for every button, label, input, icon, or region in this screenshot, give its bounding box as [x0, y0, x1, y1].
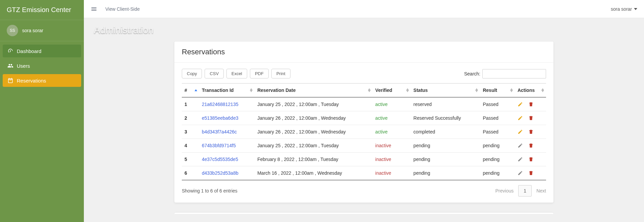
sort-icon [475, 88, 478, 92]
cell-number: 1 [182, 97, 199, 111]
search-input[interactable] [482, 69, 546, 78]
csv-button[interactable]: CSV [205, 69, 224, 78]
delete-icon[interactable] [528, 157, 534, 162]
gauge-icon [7, 48, 13, 54]
main: View Client-Side sora sorar Administrati… [84, 0, 644, 222]
edit-icon[interactable] [518, 143, 523, 148]
cell-reservation-date: January 26 , 2022 , 12:00am , Wednesday [255, 125, 373, 139]
table-toolbar: Copy CSV Excel PDF Print Search: [182, 69, 546, 78]
edit-icon[interactable] [518, 170, 523, 176]
sort-icon [250, 88, 253, 92]
col-transaction-id[interactable]: Transaction Id [199, 84, 255, 98]
sidebar-item-users[interactable]: Users [3, 59, 81, 72]
cell-reservation-date: March 16 , 2022 , 12:00am , Wednesday [255, 166, 373, 180]
copy-button[interactable]: Copy [182, 69, 202, 78]
cell-verified: inactive [373, 166, 411, 180]
cell-result: pending [480, 166, 515, 180]
cell-status: reserved [411, 97, 480, 111]
table-row: 4674b3bfd9714f5January 25 , 2022 , 12:00… [182, 139, 546, 153]
cell-number: 4 [182, 139, 199, 153]
cell-transaction-id: d433b252d53a8b [199, 166, 255, 180]
sidebar-item-dashboard[interactable]: Dashboard [3, 45, 81, 57]
view-client-side-link[interactable]: View Client-Side [105, 6, 140, 12]
cell-result: pending [480, 153, 515, 166]
cell-actions [515, 111, 546, 125]
sidebar-user[interactable]: SS sora sorar [0, 20, 84, 41]
col-status[interactable]: Status [411, 84, 480, 98]
edit-icon[interactable] [518, 157, 523, 162]
table-row: 54e37c5d5535de5February 8 , 2022 , 12:00… [182, 153, 546, 166]
cell-reservation-date: January 26 , 2022 , 12:00am , Wednesday [255, 111, 373, 125]
sidebar-item-reservations[interactable]: Reservations [3, 74, 81, 87]
cell-actions [515, 166, 546, 180]
calendar-icon [7, 77, 13, 84]
transaction-link[interactable]: 674b3bfd9714f5 [202, 143, 236, 148]
cell-transaction-id: e51385eeba6de3 [199, 111, 255, 125]
excel-button[interactable]: Excel [226, 69, 247, 78]
cell-result: Passed [480, 97, 515, 111]
edit-icon[interactable] [518, 129, 523, 134]
transaction-link[interactable]: 21a62468812135 [202, 102, 238, 107]
cell-status: pending [411, 166, 480, 180]
edit-icon[interactable] [518, 102, 523, 107]
col-reservation-date[interactable]: Reservation Date [255, 84, 373, 98]
transaction-link[interactable]: d433b252d53a8b [202, 170, 238, 176]
cell-status: pending [411, 139, 480, 153]
edit-icon[interactable] [518, 115, 523, 121]
sidebar-nav: Dashboard Users Reservations [0, 41, 84, 90]
cell-result: pending [480, 139, 515, 153]
content: Administration Reservations Copy CSV Exc… [84, 18, 644, 222]
avatar: SS [7, 25, 18, 36]
sort-icon [510, 88, 513, 92]
delete-icon[interactable] [528, 143, 534, 148]
app-brand: GTZ Emission Center [0, 0, 84, 20]
sort-icon [195, 89, 197, 91]
sidebar-item-label: Users [17, 63, 30, 69]
cell-transaction-id: 674b3bfd9714f5 [199, 139, 255, 153]
cell-transaction-id: b4d343f7a4426c [199, 125, 255, 139]
hamburger-icon[interactable] [91, 6, 97, 12]
cell-verified: inactive [373, 139, 411, 153]
delete-icon[interactable] [528, 170, 534, 176]
cell-actions [515, 125, 546, 139]
pagination-page-1[interactable]: 1 [518, 185, 532, 197]
table-row: 2e51385eeba6de3January 26 , 2022 , 12:00… [182, 111, 546, 125]
cell-reservation-date: January 25 , 2022 , 12:00am , Tuesday [255, 97, 373, 111]
pagination: Previous 1 Next [495, 185, 546, 197]
chevron-down-icon [634, 6, 637, 12]
delete-icon[interactable] [528, 115, 534, 121]
transaction-link[interactable]: e51385eeba6de3 [202, 115, 238, 121]
reservations-table: # Transaction Id [182, 83, 546, 180]
card-title: Reservations [174, 42, 553, 63]
cell-reservation-date: February 8 , 2022 , 12:00am , Tuesday [255, 153, 373, 166]
cell-transaction-id: 21a62468812135 [199, 97, 255, 111]
cell-actions [515, 139, 546, 153]
cell-reservation-date: January 25 , 2022 , 12:00am , Tuesday [255, 139, 373, 153]
delete-icon[interactable] [528, 102, 534, 107]
pagination-next[interactable]: Next [536, 188, 546, 193]
transaction-link[interactable]: 4e37c5d5535de5 [202, 157, 238, 162]
topbar: View Client-Side sora sorar [84, 0, 644, 18]
pagination-previous[interactable]: Previous [495, 188, 514, 193]
cell-number: 2 [182, 111, 199, 125]
pdf-button[interactable]: PDF [250, 69, 269, 78]
print-button[interactable]: Print [271, 69, 290, 78]
avatar-name: sora sorar [22, 28, 43, 33]
sort-icon [368, 88, 371, 92]
users-icon [7, 63, 13, 69]
col-result[interactable]: Result [480, 84, 515, 98]
table-footer: Showing 1 to 6 of 6 entries Previous 1 N… [182, 180, 546, 197]
delete-icon[interactable] [528, 129, 534, 134]
cell-verified: active [373, 111, 411, 125]
transaction-link[interactable]: b4d343f7a4426c [202, 129, 237, 134]
cell-number: 3 [182, 125, 199, 139]
cell-status: pending [411, 153, 480, 166]
topbar-user-menu[interactable]: sora sorar [611, 6, 637, 12]
cell-result: Passed [480, 111, 515, 125]
col-number[interactable]: # [182, 84, 199, 98]
col-verified[interactable]: Verified [373, 84, 411, 98]
sidebar: GTZ Emission Center SS sora sorar Dashbo… [0, 0, 84, 222]
table-info: Showing 1 to 6 of 6 entries [182, 188, 237, 193]
cell-number: 6 [182, 166, 199, 180]
cell-actions [515, 97, 546, 111]
